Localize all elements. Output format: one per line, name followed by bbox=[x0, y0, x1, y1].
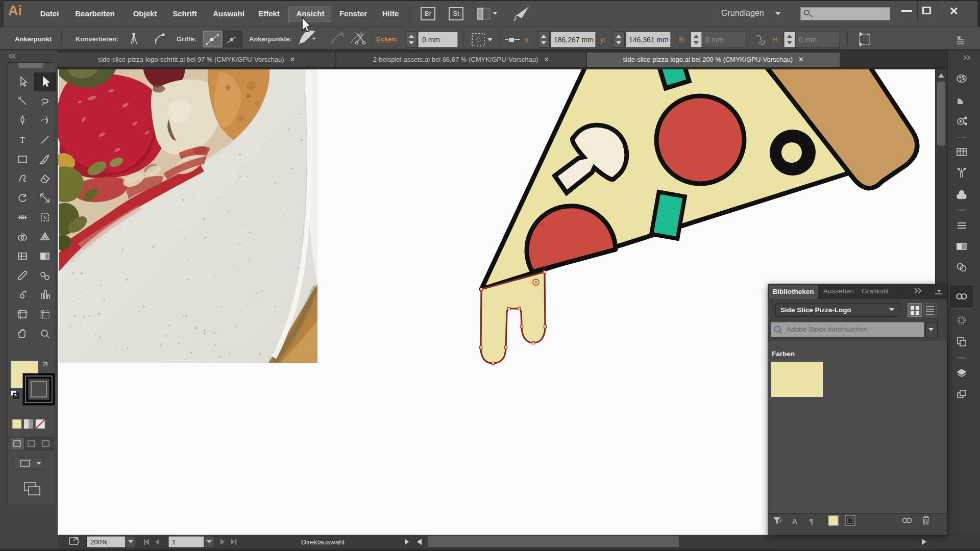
svg-text:0 mm: 0 mm bbox=[705, 36, 723, 44]
svg-text:B:: B: bbox=[679, 36, 685, 44]
svg-text:H:: H: bbox=[772, 36, 779, 44]
svg-text:0 mm: 0 mm bbox=[799, 36, 817, 44]
svg-text:146,361 mm: 146,361 mm bbox=[629, 36, 669, 44]
svg-text:T: T bbox=[20, 135, 26, 145]
svg-text:y:: y: bbox=[600, 36, 606, 44]
svg-text:x:: x: bbox=[525, 36, 530, 44]
svg-text:0 mm: 0 mm bbox=[422, 36, 440, 44]
svg-text:186,267 mm: 186,267 mm bbox=[554, 36, 594, 44]
